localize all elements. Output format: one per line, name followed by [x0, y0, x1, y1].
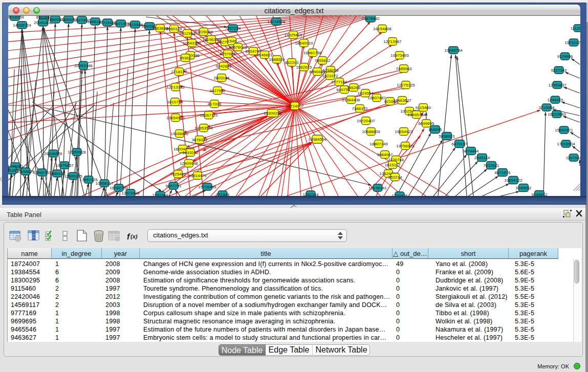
svg-text:10958117: 10958117 [96, 181, 114, 186]
svg-text:15716485: 15716485 [198, 185, 216, 189]
svg-text:8757685: 8757685 [220, 52, 236, 56]
svg-text:10648784: 10648784 [444, 48, 463, 53]
svg-text:8660124: 8660124 [166, 27, 182, 31]
svg-text:20876642: 20876642 [361, 16, 380, 21]
svg-text:1621072: 1621072 [322, 74, 338, 78]
svg-text:16782759: 16782759 [110, 186, 128, 190]
svg-text:832203: 832203 [285, 60, 299, 65]
svg-text:12213383: 12213383 [166, 85, 185, 90]
svg-text:26206576: 26206576 [44, 151, 62, 156]
svg-text:9427552: 9427552 [209, 89, 226, 93]
svg-text:7625402: 7625402 [170, 172, 186, 177]
svg-text:19756928: 19756928 [396, 144, 415, 148]
svg-text:15136141: 15136141 [368, 186, 387, 190]
svg-text:26018159: 26018159 [8, 16, 24, 19]
svg-text:6479197: 6479197 [451, 142, 468, 146]
svg-text:16210643: 16210643 [548, 112, 566, 117]
svg-text:12409948: 12409948 [180, 161, 198, 166]
svg-text:252214: 252214 [388, 175, 402, 180]
svg-text:10975857: 10975857 [55, 163, 74, 168]
svg-text:21364436: 21364436 [342, 98, 360, 102]
svg-text:7515546: 7515546 [127, 23, 143, 27]
svg-text:9777169: 9777169 [331, 80, 347, 84]
svg-text:(x): (x) [130, 233, 138, 239]
svg-text:9084067: 9084067 [377, 152, 393, 157]
svg-text:19654923: 19654923 [395, 129, 413, 134]
svg-text:1588520: 1588520 [269, 57, 285, 62]
svg-text:7386372: 7386372 [352, 106, 368, 111]
svg-text:18724007: 18724007 [286, 104, 304, 108]
svg-text:1562615: 1562615 [296, 65, 312, 70]
svg-text:9242848: 9242848 [215, 64, 232, 69]
svg-text:20053346: 20053346 [74, 63, 93, 68]
svg-text:19384554: 19384554 [308, 137, 326, 142]
svg-text:10973493: 10973493 [390, 53, 409, 58]
svg-text:8471676: 8471676 [494, 170, 511, 175]
svg-text:9245652: 9245652 [515, 186, 532, 190]
svg-text:12093837: 12093837 [548, 83, 567, 87]
svg-text:2803144: 2803144 [213, 76, 230, 80]
svg-text:10654983: 10654983 [166, 116, 185, 120]
svg-text:7357224: 7357224 [225, 26, 241, 31]
svg-text:23676048: 23676048 [229, 45, 247, 50]
svg-text:15751074: 15751074 [564, 40, 580, 45]
svg-text:12353594: 12353594 [194, 126, 213, 130]
svg-text:1112506: 1112506 [571, 26, 580, 31]
svg-text:16154808: 16154808 [373, 27, 391, 31]
svg-text:9474444: 9474444 [463, 149, 479, 154]
svg-text:746266: 746266 [347, 85, 361, 90]
svg-text:18267110: 18267110 [200, 113, 219, 118]
svg-text:17359928: 17359928 [68, 150, 86, 155]
svg-text:f: f [127, 232, 130, 241]
svg-text:12942757: 12942757 [33, 170, 51, 175]
svg-text:19166842: 19166842 [170, 132, 189, 136]
svg-text:12213967: 12213967 [383, 39, 402, 44]
svg-text:1167534: 1167534 [566, 156, 580, 160]
svg-text:1824554: 1824554 [357, 91, 374, 96]
svg-text:11325419: 11325419 [285, 33, 303, 37]
svg-text:2935114: 2935114 [474, 156, 490, 160]
svg-text:19218506: 19218506 [267, 19, 286, 24]
svg-text:8912954: 8912954 [179, 31, 195, 36]
svg-text:7955812: 7955812 [314, 58, 331, 63]
svg-text:10654122: 10654122 [504, 178, 522, 183]
svg-text:1292344: 1292344 [302, 192, 319, 196]
svg-text:1244415: 1244415 [547, 98, 563, 102]
svg-text:16914479: 16914479 [188, 173, 207, 178]
svg-text:9227343: 9227343 [551, 68, 567, 73]
svg-text:7632621: 7632621 [483, 163, 499, 168]
svg-text:2718170: 2718170 [171, 70, 187, 74]
svg-text:17016504: 17016504 [557, 142, 575, 146]
svg-text:18640910: 18640910 [295, 41, 313, 46]
svg-text:9146821: 9146821 [256, 53, 273, 57]
svg-text:417006: 417006 [208, 102, 222, 106]
svg-text:3878342: 3878342 [191, 138, 208, 142]
svg-text:9129996: 9129996 [557, 54, 573, 59]
svg-text:9657791: 9657791 [165, 184, 182, 188]
svg-text:18463627: 18463627 [393, 98, 411, 103]
svg-text:1610754: 1610754 [167, 100, 183, 104]
svg-text:10543382: 10543382 [183, 41, 201, 46]
svg-text:15720407: 15720407 [357, 119, 375, 123]
svg-text:6699695: 6699695 [418, 121, 434, 126]
svg-text:164095: 164095 [428, 127, 442, 132]
svg-text:1345134: 1345134 [49, 171, 66, 176]
svg-text:5938923: 5938923 [439, 134, 455, 139]
svg-text:12275125: 12275125 [397, 83, 415, 87]
svg-text:99155: 99155 [8, 167, 10, 172]
svg-text:11156829: 11156829 [17, 169, 35, 174]
svg-text:14055724: 14055724 [13, 23, 31, 28]
svg-text:18300295: 18300295 [264, 111, 282, 116]
svg-text:13495754: 13495754 [407, 113, 426, 117]
svg-text:1615112: 1615112 [385, 163, 401, 167]
svg-text:5493242: 5493242 [182, 150, 199, 155]
svg-text:3215958: 3215958 [538, 105, 555, 110]
svg-text:15692971: 15692971 [555, 128, 573, 133]
svg-text:12923448: 12923448 [121, 191, 140, 195]
svg-text:9245612: 9245612 [531, 192, 548, 196]
svg-text:16961758: 16961758 [303, 51, 322, 55]
svg-text:7485063: 7485063 [396, 67, 412, 71]
svg-text:10807487: 10807487 [367, 96, 386, 100]
svg-text:53226058: 53226058 [194, 30, 213, 34]
svg-text:99361: 99361 [180, 56, 191, 60]
